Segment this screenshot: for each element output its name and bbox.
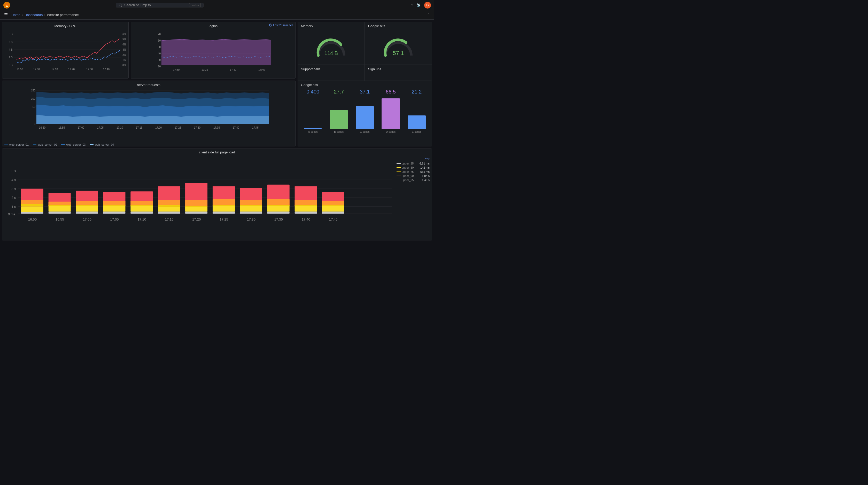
svg-rect-103 xyxy=(103,205,125,206)
last-20-badge: Last 20 minutes xyxy=(269,24,293,27)
d-series-label: D-series xyxy=(386,130,396,133)
svg-text:17:40: 17:40 xyxy=(302,218,310,221)
memory-cpu-panel: Memory / CPU 8 B 6 B 4 B 2 B 0 B 6% 5% xyxy=(2,22,129,78)
svg-rect-93 xyxy=(49,205,71,206)
row-1: Memory / CPU 8 B 6 B 4 B 2 B 0 B 6% 5% xyxy=(2,22,432,78)
svg-rect-135 xyxy=(268,212,289,214)
svg-text:17:10: 17:10 xyxy=(117,126,123,129)
svg-rect-104 xyxy=(103,206,125,212)
svg-text:1%: 1% xyxy=(122,59,126,61)
help-icon[interactable]: ? xyxy=(411,3,413,7)
svg-text:1 s: 1 s xyxy=(11,205,16,209)
svg-text:17:00: 17:00 xyxy=(83,218,91,221)
svg-text:0 B: 0 B xyxy=(9,64,13,67)
svg-text:60: 60 xyxy=(158,39,161,42)
svg-text:100: 100 xyxy=(31,97,35,100)
svg-rect-133 xyxy=(268,205,289,206)
support-calls-title: Support calls xyxy=(298,65,365,71)
topbar-right: ? 📡 G xyxy=(411,2,431,8)
main-content: Memory / CPU 8 B 6 B 4 B 2 B 0 B 6% 5% xyxy=(0,20,434,243)
svg-text:50: 50 xyxy=(33,106,36,108)
d-series-value: 66.5 xyxy=(378,89,404,95)
dashboards-link[interactable]: Dashboards xyxy=(25,13,43,17)
svg-rect-95 xyxy=(49,212,71,214)
memory-cpu-legend: memory cpu xyxy=(2,77,128,78)
clock-icon xyxy=(269,24,272,27)
svg-text:3 s: 3 s xyxy=(11,187,16,191)
svg-rect-134 xyxy=(268,206,289,212)
svg-rect-144 xyxy=(322,206,344,212)
logins-chart: 70 60 50 40 30 20 17:30 17:35 17:40 17:4… xyxy=(131,29,295,77)
svg-rect-117 xyxy=(185,200,208,206)
svg-text:17:45: 17:45 xyxy=(252,126,258,129)
svg-text:70: 70 xyxy=(158,33,161,36)
page-load-panel: client side full page load 5 s 4 s 3 s 2… xyxy=(2,149,432,240)
a-series-bar-col: A-series xyxy=(300,128,326,133)
svg-rect-98 xyxy=(76,205,98,206)
b-series-bar-col: B-series xyxy=(326,110,351,133)
svg-text:17:40: 17:40 xyxy=(230,68,237,71)
svg-point-2 xyxy=(119,4,121,6)
svg-rect-114 xyxy=(158,207,180,212)
svg-text:17:15: 17:15 xyxy=(136,126,142,129)
svg-rect-115 xyxy=(158,212,180,214)
b-series-value: 27.7 xyxy=(326,89,351,95)
memory-gauge: 114 B xyxy=(313,31,349,62)
b-series-label: B-series xyxy=(334,130,344,133)
svg-rect-124 xyxy=(213,206,235,212)
user-avatar[interactable]: G xyxy=(424,2,431,8)
legend-upper50: upper_50 142 ms xyxy=(397,166,430,169)
svg-text:17:40: 17:40 xyxy=(103,68,110,71)
collapse-icon[interactable]: ⌃ xyxy=(427,13,430,17)
svg-rect-123 xyxy=(213,205,235,206)
memory-panel: Memory 114 B xyxy=(298,22,365,65)
legend-upper95: upper_95 1.46 s xyxy=(397,179,430,182)
svg-text:20: 20 xyxy=(158,65,161,68)
topbar: 🔥 Search or jump to... cmd+k ? 📡 G xyxy=(0,0,434,10)
svg-text:6 B: 6 B xyxy=(9,40,13,43)
svg-text:17:05: 17:05 xyxy=(97,126,103,129)
news-icon[interactable]: 📡 xyxy=(417,3,421,7)
svg-rect-110 xyxy=(130,212,153,214)
svg-text:30: 30 xyxy=(158,59,161,61)
row-3: client side full page load 5 s 4 s 3 s 2… xyxy=(2,149,432,240)
svg-text:6%: 6% xyxy=(122,33,126,36)
search-bar[interactable]: Search or jump to... cmd+k xyxy=(116,3,204,7)
sign-ups-title: Sign ups xyxy=(365,65,432,71)
svg-text:4 B: 4 B xyxy=(9,48,13,51)
current-page: Website performance xyxy=(47,13,79,17)
svg-text:17:30: 17:30 xyxy=(194,126,200,129)
svg-rect-105 xyxy=(103,212,125,214)
svg-text:17:20: 17:20 xyxy=(192,218,201,221)
breadcrumb-sep-2: › xyxy=(44,13,45,17)
e-series-value: 21.2 xyxy=(404,89,430,95)
memory-cpu-chart: 8 B 6 B 4 B 2 B 0 B 6% 5% 4% 3% 2% 1% 0%… xyxy=(2,29,129,77)
svg-text:2%: 2% xyxy=(122,54,126,56)
svg-text:17:00: 17:00 xyxy=(78,126,84,129)
svg-text:2 B: 2 B xyxy=(9,56,13,59)
legend-upper75: upper_75 535 ms xyxy=(397,170,430,173)
memory-title: Memory xyxy=(298,22,365,28)
svg-text:0 ms: 0 ms xyxy=(8,212,16,216)
home-link[interactable]: Home xyxy=(11,13,21,17)
e-series-bar-col: E-series xyxy=(404,116,430,133)
svg-line-29 xyxy=(271,25,272,26)
svg-rect-119 xyxy=(185,207,208,212)
search-placeholder: Search or jump to... xyxy=(124,3,153,7)
svg-text:17:15: 17:15 xyxy=(165,218,173,221)
e-series-label: E-series xyxy=(412,130,421,133)
menu-icon[interactable]: ☰ xyxy=(4,12,8,17)
svg-rect-88 xyxy=(21,204,43,206)
grafana-logo: 🔥 xyxy=(3,2,10,9)
server-requests-panel: server requests 150 100 50 0 16:50 16:55… xyxy=(2,80,296,147)
svg-rect-122 xyxy=(213,199,235,206)
svg-rect-99 xyxy=(76,206,98,212)
svg-rect-143 xyxy=(322,205,344,206)
svg-rect-89 xyxy=(21,206,43,212)
google-hits-gauge: 57.1 xyxy=(380,31,416,62)
svg-rect-130 xyxy=(240,212,262,214)
page-load-legend: avg upper_25 6.81 ms upper_50 142 xyxy=(396,155,432,238)
search-icon xyxy=(119,3,122,7)
svg-text:17:30: 17:30 xyxy=(247,218,255,221)
c-series-value: 37.1 xyxy=(352,89,378,95)
